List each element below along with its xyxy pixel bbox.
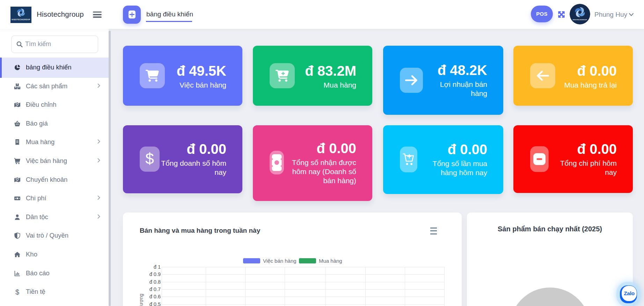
svg-text:HISOTECHGROUP: HISOTECHGROUP bbox=[12, 18, 30, 21]
svg-text:HISOTECHGROUP: HISOTECHGROUP bbox=[573, 19, 587, 21]
svg-text:$: $ bbox=[15, 289, 19, 295]
